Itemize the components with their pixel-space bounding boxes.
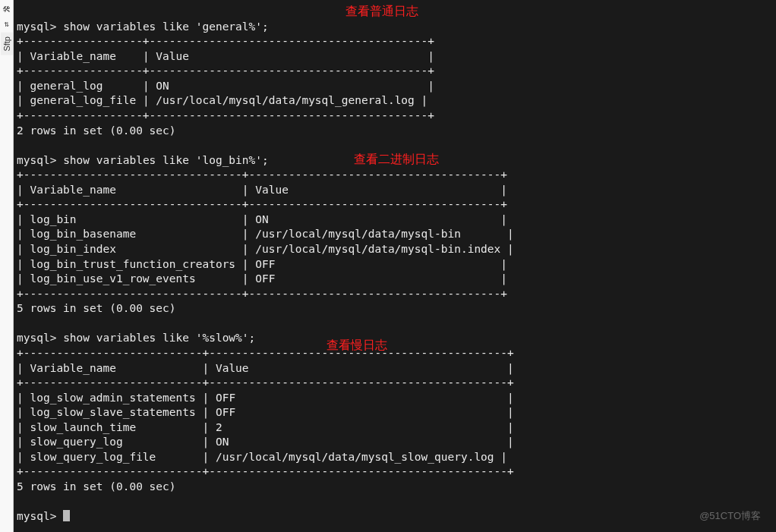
cursor xyxy=(63,510,70,521)
table-2: +---------------------------------+-----… xyxy=(17,168,514,300)
table-1: +------------------+--------------------… xyxy=(17,35,434,121)
command-2: show variables like 'log_bin%'; xyxy=(63,154,269,166)
footer-2: 5 rows in set (0.00 sec) xyxy=(17,302,176,314)
arrows-icon[interactable]: ⇅ xyxy=(2,18,12,29)
tools-icon[interactable]: 🛠 xyxy=(2,4,12,14)
prompt: mysql> xyxy=(17,154,56,166)
sidebar: 🛠 ⇅ Sftp xyxy=(0,0,14,532)
command-1: show variables like 'general%'; xyxy=(63,20,269,33)
prompt: mysql> xyxy=(17,510,56,522)
footer-1: 2 rows in set (0.00 sec) xyxy=(17,124,176,137)
command-3: show variables like '%slow%'; xyxy=(63,332,255,344)
terminal-output[interactable]: mysql> show variables like 'general%'; +… xyxy=(14,0,776,532)
footer-3: 5 rows in set (0.00 sec) xyxy=(17,480,176,493)
prompt: mysql> xyxy=(17,20,56,33)
table-3: +---------------------------+-----------… xyxy=(17,347,514,478)
sftp-tab[interactable]: Sftp xyxy=(1,33,13,55)
prompt: mysql> xyxy=(17,332,56,344)
